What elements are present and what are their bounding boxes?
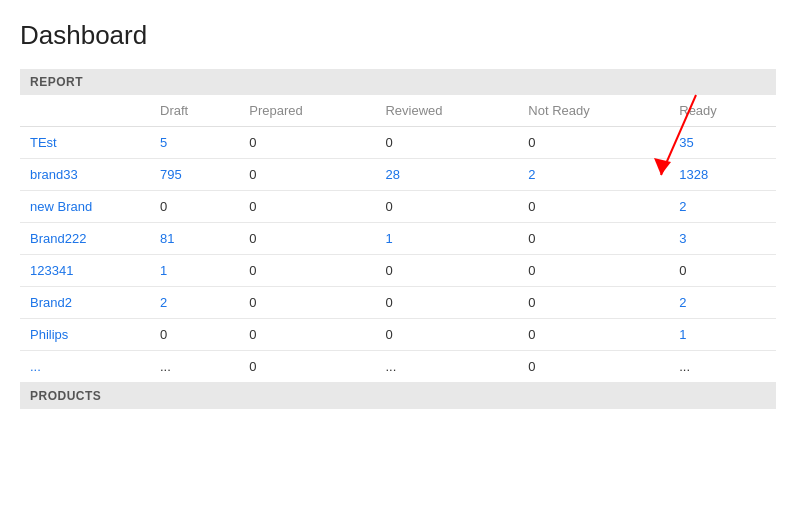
cell-value: 0 — [239, 191, 375, 223]
products-section-header: PRODUCTS — [20, 383, 776, 409]
cell-value: 0 — [518, 319, 669, 351]
cell-value: 1328 — [669, 159, 776, 191]
cell-brand-name[interactable]: ... — [20, 351, 150, 383]
table-row: 12334110000 — [20, 255, 776, 287]
cell-value: 1 — [375, 223, 518, 255]
cell-brand-name[interactable]: 123341 — [20, 255, 150, 287]
cell-value: 5 — [150, 127, 239, 159]
cell-value: 2 — [669, 287, 776, 319]
col-header-ready: Ready — [669, 95, 776, 127]
cell-value: 0 — [375, 127, 518, 159]
cell-value: 2 — [518, 159, 669, 191]
cell-brand-name[interactable]: brand33 — [20, 159, 150, 191]
table-row: Brand222810103 — [20, 223, 776, 255]
cell-brand-name[interactable]: TEst — [20, 127, 150, 159]
table-row: ......0...0... — [20, 351, 776, 383]
page-container: Dashboard REPORT Draft Prepared Reviewed… — [0, 0, 796, 409]
cell-value: 0 — [518, 223, 669, 255]
cell-value: 0 — [239, 351, 375, 383]
cell-value: 0 — [239, 287, 375, 319]
cell-value: 1 — [669, 319, 776, 351]
col-header-reviewed: Reviewed — [375, 95, 518, 127]
cell-value: 795 — [150, 159, 239, 191]
cell-value: 35 — [669, 127, 776, 159]
table-header-row: Draft Prepared Reviewed Not Ready Ready — [20, 95, 776, 127]
report-table: Draft Prepared Reviewed Not Ready Ready … — [20, 95, 776, 383]
cell-value: 0 — [518, 287, 669, 319]
cell-value: 0 — [239, 159, 375, 191]
cell-value: 3 — [669, 223, 776, 255]
table-row: new Brand00002 — [20, 191, 776, 223]
cell-value: 28 — [375, 159, 518, 191]
table-row: Brand220002 — [20, 287, 776, 319]
table-row: TEst500035 — [20, 127, 776, 159]
cell-value: 0 — [150, 191, 239, 223]
cell-value: 0 — [375, 287, 518, 319]
cell-value: 0 — [239, 255, 375, 287]
cell-value: ... — [375, 351, 518, 383]
table-row: Philips00001 — [20, 319, 776, 351]
cell-value: 0 — [239, 319, 375, 351]
col-header-prepared: Prepared — [239, 95, 375, 127]
cell-value: 2 — [150, 287, 239, 319]
col-header-draft: Draft — [150, 95, 239, 127]
page-title: Dashboard — [20, 20, 776, 51]
cell-value: 1 — [150, 255, 239, 287]
cell-value: 0 — [518, 255, 669, 287]
cell-value: 0 — [375, 319, 518, 351]
cell-value: ... — [669, 351, 776, 383]
cell-value: 0 — [150, 319, 239, 351]
table-row: brand3379502821328 — [20, 159, 776, 191]
report-section-header: REPORT — [20, 69, 776, 95]
cell-value: ... — [150, 351, 239, 383]
col-header-not-ready: Not Ready — [518, 95, 669, 127]
cell-value: 81 — [150, 223, 239, 255]
col-header-name — [20, 95, 150, 127]
cell-value: 0 — [518, 191, 669, 223]
cell-value: 0 — [375, 191, 518, 223]
cell-value: 0 — [239, 127, 375, 159]
cell-brand-name[interactable]: Philips — [20, 319, 150, 351]
cell-value: 0 — [518, 351, 669, 383]
cell-value: 0 — [669, 255, 776, 287]
cell-brand-name[interactable]: Brand222 — [20, 223, 150, 255]
cell-brand-name[interactable]: new Brand — [20, 191, 150, 223]
cell-value: 0 — [375, 255, 518, 287]
cell-value: 0 — [518, 127, 669, 159]
cell-value: 2 — [669, 191, 776, 223]
cell-value: 0 — [239, 223, 375, 255]
cell-brand-name[interactable]: Brand2 — [20, 287, 150, 319]
